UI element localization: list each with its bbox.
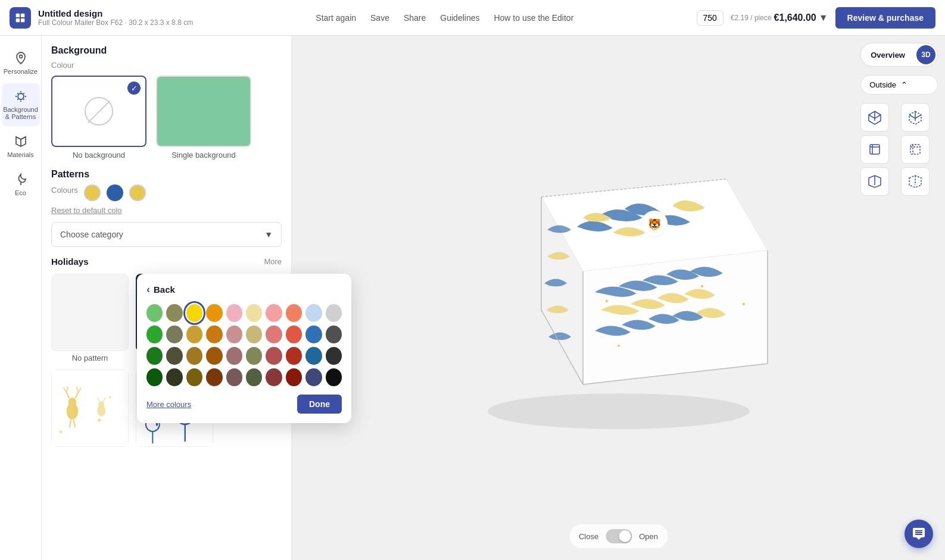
choose-category-chevron: ▼ — [264, 230, 273, 239]
colour-burgundy[interactable] — [266, 368, 282, 386]
pattern-deer[interactable]: ✦ ✦ ✦ — [51, 370, 129, 447]
nav-save[interactable]: Save — [370, 13, 389, 23]
nav-start-again[interactable]: Start again — [316, 13, 356, 23]
price-chevron-icon[interactable]: ▼ — [819, 12, 828, 23]
colour-olive-light[interactable] — [166, 304, 182, 322]
colour-brown[interactable] — [206, 368, 222, 386]
chat-button[interactable] — [905, 520, 933, 548]
quantity-selector[interactable]: 750 — [697, 10, 723, 26]
colour-darkolive[interactable] — [166, 368, 182, 386]
colour-navy[interactable] — [305, 368, 322, 386]
bg-option-none[interactable]: No background — [51, 76, 146, 159]
cube-view-2[interactable] — [901, 103, 930, 132]
svg-point-59 — [617, 345, 620, 347]
bg-single-box[interactable] — [156, 76, 251, 147]
box-preview-area: 🐯 — [292, 36, 945, 560]
colour-tan[interactable] — [246, 326, 262, 343]
colour-row-4 — [146, 368, 342, 386]
colour-red-mid[interactable] — [286, 326, 302, 343]
colour-olive-dark[interactable] — [166, 347, 182, 365]
quantity-value: 750 — [703, 13, 717, 23]
outside-dropdown[interactable]: Outside ⌃ — [860, 75, 938, 95]
colour-yellow[interactable] — [186, 304, 202, 322]
cube-view-1[interactable] — [860, 103, 889, 132]
colour-gray-dark[interactable] — [326, 347, 342, 365]
colour-red-dark[interactable] — [266, 347, 282, 365]
svg-text:🐯: 🐯 — [648, 218, 662, 231]
colour-cream[interactable] — [246, 304, 262, 322]
reset-link[interactable]: Reset to default colo — [51, 206, 282, 215]
sidebar-item-background[interactable]: Background & Patterns — [2, 83, 40, 126]
colour-forest[interactable] — [146, 368, 163, 386]
cube-view-5[interactable] — [860, 167, 889, 196]
threed-tab[interactable]: 3D — [916, 45, 935, 64]
holidays-header: Holidays More — [51, 256, 282, 267]
pattern-no-pattern[interactable]: No pattern — [51, 274, 129, 362]
picker-back-button[interactable]: ‹ Back — [146, 283, 342, 296]
swatch-yellow[interactable] — [84, 184, 101, 201]
choose-category-dropdown[interactable]: Choose category ▼ — [51, 222, 282, 247]
colour-blue-dark[interactable] — [305, 347, 322, 365]
bg-single-label: Single background — [171, 151, 236, 159]
svg-rect-2 — [16, 18, 20, 21]
bg-option-single[interactable]: Single background — [156, 76, 251, 159]
colour-orange-mid[interactable] — [206, 326, 222, 343]
colour-gold-dark[interactable] — [186, 347, 202, 365]
done-button[interactable]: Done — [297, 395, 342, 414]
price-total: €1,640.00 — [774, 12, 816, 23]
colour-black[interactable] — [326, 368, 342, 386]
colour-orange-dark[interactable] — [206, 347, 222, 365]
cube-view-6[interactable] — [901, 167, 930, 196]
holidays-more[interactable]: More — [264, 257, 282, 266]
svg-rect-47 — [870, 145, 879, 154]
colour-blue-mid[interactable] — [305, 326, 322, 343]
picker-footer: More colours Done — [146, 395, 342, 414]
colour-sage[interactable] — [246, 347, 262, 365]
svg-point-4 — [19, 55, 22, 58]
colour-gray-light[interactable] — [326, 304, 342, 322]
svg-point-56 — [606, 300, 608, 302]
colour-coral[interactable] — [286, 304, 302, 322]
swatch-blue[interactable] — [107, 184, 123, 201]
colour-rose-dark[interactable] — [226, 347, 242, 365]
more-colours-link[interactable]: More colours — [146, 400, 191, 409]
nav-share[interactable]: Share — [404, 13, 426, 23]
colour-green-mid[interactable] — [146, 326, 163, 343]
patterns-title: Patterns — [51, 169, 282, 180]
nav-guidelines[interactable]: Guidelines — [440, 13, 479, 23]
colour-salmon-light[interactable] — [266, 304, 282, 322]
colour-gray-mid[interactable] — [326, 326, 342, 343]
overview-tab[interactable]: Overview — [861, 46, 915, 64]
colour-blue-light[interactable] — [305, 304, 322, 322]
cube-view-4[interactable] — [901, 135, 930, 164]
outside-chevron-icon: ⌃ — [901, 80, 907, 89]
colour-mauve[interactable] — [226, 368, 242, 386]
colour-darkgold[interactable] — [186, 368, 202, 386]
colour-green-dark[interactable] — [146, 347, 163, 365]
colour-armygreen[interactable] — [246, 368, 262, 386]
svg-rect-3 — [21, 18, 24, 21]
colour-rose-mid[interactable] — [226, 326, 242, 343]
pattern-colours: Colours — [51, 184, 282, 201]
colours-sub-label: Colours — [51, 186, 78, 195]
box-toggle-switch[interactable] — [606, 529, 632, 543]
colour-darkred[interactable] — [286, 368, 302, 386]
no-pattern-label: No pattern — [51, 353, 129, 362]
colour-olive-mid[interactable] — [166, 326, 182, 343]
colour-pink-light[interactable] — [226, 304, 242, 322]
review-purchase-button[interactable]: Review & purchase — [835, 7, 935, 29]
cube-view-3[interactable] — [860, 135, 889, 164]
nav-how-to-use[interactable]: How to use the Editor — [494, 13, 573, 23]
colour-red-light[interactable] — [266, 326, 282, 343]
colour-gold-mid[interactable] — [186, 326, 202, 343]
colour-orange[interactable] — [206, 304, 222, 322]
colour-green-light[interactable] — [146, 304, 163, 322]
sidebar-item-eco[interactable]: Eco — [2, 167, 40, 202]
colour-row-3 — [146, 347, 342, 365]
colour-crimson[interactable] — [286, 347, 302, 365]
swatch-yellow2[interactable] — [129, 184, 146, 201]
svg-rect-0 — [16, 13, 20, 17]
bg-none-box[interactable] — [51, 76, 146, 147]
sidebar-item-materials[interactable]: Materials — [2, 129, 40, 164]
sidebar-item-personalize[interactable]: Personalize — [2, 45, 40, 81]
